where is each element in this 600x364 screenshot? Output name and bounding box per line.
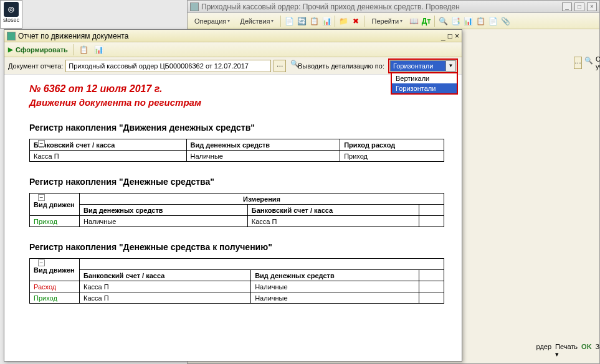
- logo-icon: ⊚: [4, 2, 19, 17]
- reg3-header-2: Вид денежных средств: [251, 270, 419, 281]
- doc-input[interactable]: [65, 60, 271, 72]
- goto-menu[interactable]: Перейти▾: [367, 15, 407, 27]
- doc-dots-button[interactable]: …: [274, 60, 286, 72]
- tool-icon-9[interactable]: 🔍: [437, 16, 449, 27]
- actions-menu[interactable]: Действия▾: [236, 15, 278, 27]
- detail-dropdown-list: Вертикали Горизонтали: [391, 72, 458, 95]
- table-row: Расход Касса П Наличные: [30, 281, 444, 292]
- tool-icon-3[interactable]: 📋: [308, 16, 320, 27]
- parent-toolbar: Операция▾ Действия▾ 📄 🔄 📋 📊 📁 ✖ Перейти▾…: [188, 13, 599, 29]
- operation-menu[interactable]: Операция▾: [190, 15, 234, 27]
- report-title-text: Отчет по движениям документа: [18, 32, 128, 40]
- detail-label: Выводить детализацию по:: [298, 62, 384, 70]
- register-3-table: Вид движен Банковский счет / касса Вид д…: [29, 258, 444, 304]
- report-number: № 6362 от 12 июля 2017 г.: [29, 83, 444, 95]
- tool-icon-7[interactable]: 📖: [408, 16, 419, 27]
- tool-icon-1[interactable]: 📄: [283, 16, 295, 27]
- ok-button[interactable]: OK: [581, 343, 592, 358]
- reg1-header-2: Вид денежных средств: [186, 139, 340, 151]
- tree-toggle-3[interactable]: −: [38, 259, 45, 266]
- tool-icon-12[interactable]: 📋: [475, 16, 486, 27]
- table-row: Приход Касса П Наличные: [30, 292, 444, 304]
- tool-icon-11[interactable]: 📊: [462, 16, 474, 27]
- reg1-header-3: Приход расход: [340, 139, 444, 151]
- register-2-table: Вид движен Измерения Вид денежных средст…: [29, 193, 444, 227]
- reg2-group-header: Измерения: [80, 194, 444, 205]
- tool-icon-5[interactable]: 📁: [338, 16, 349, 27]
- reg2-header-2: Банковский счет / касса: [247, 205, 419, 216]
- reg2-header-1: Вид денежных средств: [80, 205, 248, 216]
- detail-option-horizontal[interactable]: Горизонтали: [392, 83, 457, 93]
- tool-icon-2[interactable]: 🔄: [296, 16, 307, 27]
- report-titlebar: Отчет по движениям документа _ □ ×: [4, 30, 462, 42]
- maximize-button[interactable]: □: [574, 2, 584, 11]
- tree-toggle-1[interactable]: −: [38, 140, 45, 147]
- order-button[interactable]: рдер: [536, 343, 552, 358]
- detail-option-vertical[interactable]: Вертикали: [392, 73, 457, 83]
- register-3-title: Регистр накопления "Денежные средства к …: [29, 242, 444, 252]
- reg1-header-1: Банковский счет / касса: [30, 139, 187, 151]
- close-button[interactable]: ×: [587, 2, 597, 11]
- generate-button[interactable]: Сформировать: [8, 46, 68, 54]
- register-2-title: Регистр накопления "Денежные средства": [29, 177, 444, 187]
- print-button[interactable]: Печать ▾: [555, 343, 578, 358]
- detail-dropdown-button[interactable]: ▼: [446, 60, 456, 72]
- table-row: Приход Наличные Касса П: [30, 216, 444, 227]
- account-label: Счет учета:: [596, 55, 600, 70]
- tool-icon-8[interactable]: Дт: [421, 16, 432, 27]
- parent-title-text: Приходный кассовый ордер: Прочий приход …: [201, 2, 460, 11]
- reg3-move-header: Вид движен: [30, 259, 80, 281]
- report-tool-icon-1[interactable]: 📋: [79, 44, 90, 55]
- report-window: Отчет по движениям документа _ □ × Сформ…: [4, 29, 462, 362]
- minimize-button[interactable]: _: [562, 2, 572, 11]
- save-button[interactable]: Записать: [596, 343, 600, 358]
- tool-icon-10[interactable]: 📑: [450, 16, 461, 27]
- report-minimize-button[interactable]: _: [441, 32, 445, 40]
- report-maximize-button[interactable]: □: [448, 32, 452, 40]
- register-1-table: Банковский счет / касса Вид денежных сре…: [29, 139, 444, 162]
- tool-icon-6[interactable]: ✖: [350, 16, 361, 27]
- document-icon: [190, 2, 199, 11]
- report-toolbar: Сформировать 📋 📊: [4, 42, 462, 57]
- tree-toggle-2[interactable]: −: [38, 194, 45, 201]
- report-close-button[interactable]: ×: [455, 32, 459, 40]
- report-subtitle: Движения документа по регистрам: [29, 97, 444, 108]
- search-icon[interactable]: 🔍: [584, 57, 593, 69]
- tool-icon-4[interactable]: 📊: [321, 16, 332, 27]
- register-1-title: Регистр накопления "Движения денежных ср…: [29, 123, 444, 133]
- reg3-header-1: Банковский счет / касса: [80, 270, 251, 281]
- parent-titlebar: Приходный кассовый ордер: Прочий приход …: [188, 1, 599, 13]
- report-tool-icon-2[interactable]: 📊: [93, 44, 105, 55]
- logo-text: stosec: [1, 17, 22, 23]
- tool-icon-13[interactable]: 📄: [487, 16, 498, 27]
- table-row: Касса П Наличные Приход: [30, 151, 444, 162]
- filter-row: Документ отчета: … 🔍 Выводить детализаци…: [4, 57, 462, 75]
- report-icon: [7, 32, 16, 40]
- dots-button-1[interactable]: …: [574, 57, 582, 69]
- detail-select-highlight: Горизонтали ▼: [388, 58, 458, 73]
- doc-label: Документ отчета:: [8, 62, 63, 70]
- reg2-move-header: Вид движен: [30, 194, 80, 216]
- tool-icon-14[interactable]: 📎: [500, 16, 511, 27]
- report-body: № 6362 от 12 июля 2017 г. Движения докум…: [4, 75, 462, 361]
- app-logo: ⊚ stosec: [0, 0, 22, 29]
- detail-select[interactable]: Горизонтали: [390, 60, 446, 72]
